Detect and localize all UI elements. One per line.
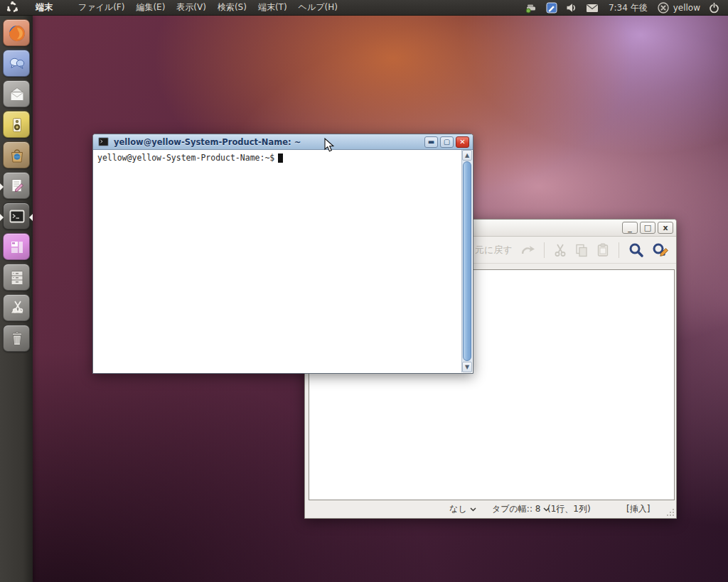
user-name: yellow xyxy=(673,3,700,13)
insert-mode-label: [挿入] xyxy=(626,503,650,515)
dock-item-evolution-mail[interactable] xyxy=(3,80,30,107)
power-icon[interactable] xyxy=(705,0,724,16)
terminal-icon xyxy=(8,208,26,226)
terminal-scrollbar[interactable]: ▲ ▼ xyxy=(461,150,472,372)
input-method-icon[interactable] xyxy=(542,0,562,16)
scroll-down-button[interactable]: ▼ xyxy=(462,362,472,372)
replace-magnifier-icon xyxy=(652,242,670,259)
launcher-dock xyxy=(0,16,33,582)
dock-item-software-center[interactable] xyxy=(3,141,30,168)
dock-item-trash[interactable] xyxy=(3,325,30,352)
dock-item-firefox[interactable] xyxy=(3,19,30,46)
envelope-icon xyxy=(8,85,26,104)
dock-item-gedit[interactable] xyxy=(3,172,30,199)
scrollbar-thumb[interactable] xyxy=(463,161,471,361)
chevron-down-icon xyxy=(470,507,476,512)
resize-grip[interactable] xyxy=(666,508,675,517)
clock[interactable]: 7:34 午後 xyxy=(603,2,653,14)
minimize-button[interactable]: _ xyxy=(622,222,638,234)
terminal-title: yellow@yellow-System-Product-Name: ~ xyxy=(114,137,301,147)
user-status-offline-icon xyxy=(658,2,669,14)
editor-statusbar: なし タブの幅:: 8 (1行、1列) [挿入] xyxy=(305,499,676,518)
indicator-tray: 7:34 午後 yellow xyxy=(521,0,724,16)
menu-help[interactable]: ヘルプ(H) xyxy=(293,0,343,16)
dock-item-screenshot-tool[interactable] xyxy=(3,294,30,321)
cut-scissors-icon xyxy=(553,243,567,257)
dock-item-file-cabinet[interactable] xyxy=(3,264,30,291)
scroll-up-button[interactable]: ▲ xyxy=(462,150,472,161)
paste-button[interactable] xyxy=(592,239,614,261)
terminal-titlebar[interactable]: yellow@yellow-System-Product-Name: ~ ▬ ▢… xyxy=(93,134,473,150)
replace-button[interactable] xyxy=(648,239,674,261)
file-cabinet-icon xyxy=(8,269,26,287)
close-icon[interactable]: ✕ xyxy=(456,136,469,148)
redo-arrow-icon xyxy=(520,243,535,257)
tab-width-dropdown[interactable]: タブの幅:: 8 xyxy=(492,503,550,515)
cut-button[interactable] xyxy=(550,239,571,261)
copy-icon xyxy=(574,243,589,257)
chat-balloons-icon xyxy=(8,55,26,73)
find-button[interactable] xyxy=(624,239,648,261)
terminal-window: yellow@yellow-System-Product-Name: ~ ▬ ▢… xyxy=(92,134,473,374)
minimize-button[interactable]: ▬ xyxy=(424,136,438,148)
menu-search[interactable]: 検索(S) xyxy=(212,0,252,16)
desktop: 端末 ファイル(F) 編集(E) 表示(V) 検索(S) 端末(T) ヘルプ(H… xyxy=(0,0,728,582)
me-menu[interactable]: yellow xyxy=(653,2,705,14)
top-panel: 端末 ファイル(F) 編集(E) 表示(V) 検索(S) 端末(T) ヘルプ(H… xyxy=(0,0,728,16)
dock-item-rhythmbox[interactable] xyxy=(3,111,30,138)
focused-indicator-arrow xyxy=(29,214,33,221)
trash-icon xyxy=(8,330,26,348)
workspaces-icon xyxy=(8,238,26,257)
menu-terminal[interactable]: 端末(T) xyxy=(252,0,293,16)
toolbar-separator xyxy=(544,242,545,258)
running-indicator-arrow xyxy=(0,183,4,190)
find-magnifier-icon xyxy=(628,242,645,259)
menu-edit[interactable]: 編集(E) xyxy=(130,0,171,16)
paste-icon xyxy=(596,243,610,257)
firefox-icon xyxy=(8,24,26,43)
cursor-position-label: (1行、1列) xyxy=(547,503,591,515)
maximize-button[interactable]: ▢ xyxy=(440,136,454,148)
scissors-photo-icon xyxy=(8,299,26,318)
language-dropdown[interactable]: なし xyxy=(449,503,476,515)
terminal-content[interactable]: yellow@yellow-System-Product-Name:~$ xyxy=(94,150,461,372)
ubuntu-logo-icon[interactable] xyxy=(6,1,18,14)
undo-button[interactable]: 元に戻す xyxy=(471,239,516,261)
close-button[interactable]: x xyxy=(658,222,673,234)
copy-button[interactable] xyxy=(571,239,592,261)
terminal-cursor xyxy=(278,153,283,163)
terminal-icon xyxy=(98,137,109,146)
network-icon[interactable] xyxy=(521,0,542,16)
maximize-button[interactable]: □ xyxy=(640,222,655,234)
dock-item-terminal[interactable] xyxy=(3,203,30,230)
text-editor-icon xyxy=(8,177,26,195)
menubar: ファイル(F) 編集(E) 表示(V) 検索(S) 端末(T) ヘルプ(H) xyxy=(73,0,343,16)
dock-item-workspace-switcher[interactable] xyxy=(3,233,30,260)
menu-file[interactable]: ファイル(F) xyxy=(73,0,130,16)
running-indicator-arrow xyxy=(0,214,4,221)
messaging-icon[interactable] xyxy=(582,0,603,16)
mouse-pointer xyxy=(324,138,334,153)
redo-button[interactable] xyxy=(516,239,539,261)
dock-item-empathy-chat[interactable] xyxy=(3,50,30,77)
terminal-prompt-line: yellow@yellow-System-Product-Name:~$ xyxy=(97,153,283,163)
menu-view[interactable]: 表示(V) xyxy=(171,0,212,16)
volume-icon[interactable] xyxy=(562,0,582,16)
toolbar-separator xyxy=(619,242,619,258)
speaker-icon xyxy=(8,116,26,134)
active-app-name: 端末 xyxy=(36,1,53,14)
shopping-bag-icon xyxy=(8,146,26,165)
